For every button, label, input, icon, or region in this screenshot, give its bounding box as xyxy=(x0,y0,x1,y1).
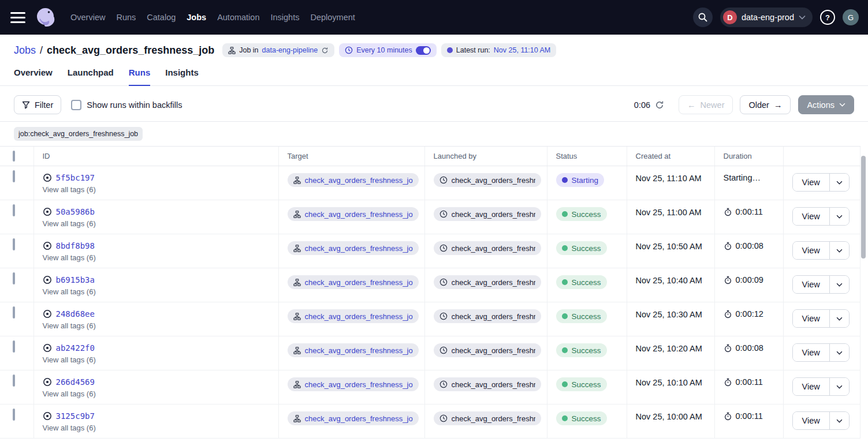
status-dot-icon xyxy=(562,177,568,183)
column-header-created-at: Created at xyxy=(627,147,714,166)
row-checkbox[interactable] xyxy=(13,170,15,182)
actions-button[interactable]: Actions xyxy=(798,95,854,114)
run-target-pill[interactable]: check_avg_orders_freshness_job xyxy=(288,173,419,187)
launched-by-pill[interactable]: check_avg_orders_freshn… xyxy=(434,207,541,221)
dagster-logo-icon[interactable] xyxy=(33,5,58,29)
launched-by-pill[interactable]: check_avg_orders_freshn… xyxy=(434,275,541,289)
status-label: Success xyxy=(572,244,601,253)
view-button[interactable]: View xyxy=(793,242,830,259)
breadcrumb-jobs-link[interactable]: Jobs xyxy=(14,44,36,57)
row-checkbox[interactable] xyxy=(13,306,15,319)
nav-item-runs[interactable]: Runs xyxy=(116,13,136,22)
view-button[interactable]: View xyxy=(793,276,830,293)
view-all-tags-link[interactable]: View all tags (6) xyxy=(43,287,273,296)
latest-run-link[interactable]: Nov 25, 11:10 AM xyxy=(494,46,550,54)
view-button[interactable]: View xyxy=(793,174,830,191)
launched-by-pill[interactable]: check_avg_orders_freshn… xyxy=(434,309,541,323)
deployment-switcher[interactable]: D data-eng-prod xyxy=(720,8,813,27)
run-target-pill[interactable]: check_avg_orders_freshness_job xyxy=(288,275,419,289)
run-id-link[interactable]: 50a5986b xyxy=(56,207,95,216)
run-id-link[interactable]: 5f5bc197 xyxy=(56,173,95,182)
row-checkbox[interactable] xyxy=(13,374,15,387)
row-checkbox[interactable] xyxy=(13,204,15,216)
pipeline-link[interactable]: data-eng-pipeline xyxy=(262,46,318,54)
view-button-label: View xyxy=(802,178,820,187)
run-id-link[interactable]: 3125c9b7 xyxy=(56,411,95,421)
run-id-link[interactable]: 8bdf8b98 xyxy=(56,241,95,250)
launched-by-pill[interactable]: check_avg_orders_freshn… xyxy=(434,173,541,187)
table-row: b6915b3a View all tags (6) check_avg_ord… xyxy=(0,268,860,302)
run-target-pill[interactable]: check_avg_orders_freshness_job xyxy=(288,377,419,391)
run-target-pill[interactable]: check_avg_orders_freshness_job xyxy=(288,309,419,323)
view-button[interactable]: View xyxy=(793,412,830,429)
tab-insights[interactable]: Insights xyxy=(165,68,199,86)
launched-by-pill[interactable]: check_avg_orders_freshn… xyxy=(434,343,541,357)
run-id-link[interactable]: b6915b3a xyxy=(56,275,95,284)
row-checkbox[interactable] xyxy=(13,272,15,284)
nav-item-jobs[interactable]: Jobs xyxy=(187,13,206,22)
refresh-icon xyxy=(655,100,664,110)
run-target-pill[interactable]: check_avg_orders_freshness_job xyxy=(288,241,419,255)
nav-item-automation[interactable]: Automation xyxy=(217,13,259,22)
view-dropdown-button[interactable] xyxy=(830,344,849,361)
topnav-items: OverviewRunsCatalogJobsAutomationInsight… xyxy=(70,13,355,22)
row-checkbox[interactable] xyxy=(13,340,15,353)
run-target-pill[interactable]: check_avg_orders_freshness_job xyxy=(288,411,419,425)
select-all-checkbox[interactable] xyxy=(13,151,15,162)
run-target-pill[interactable]: check_avg_orders_freshness_job xyxy=(288,207,419,221)
vertical-scrollbar-thumb[interactable] xyxy=(861,156,866,259)
job-filter-tag[interactable]: job:check_avg_orders_freshness_job xyxy=(14,127,143,141)
hamburger-menu-icon[interactable] xyxy=(10,12,25,23)
view-dropdown-button[interactable] xyxy=(830,412,849,429)
run-id-link[interactable]: ab2422f0 xyxy=(56,343,95,353)
view-split-button: View xyxy=(792,411,850,430)
view-all-tags-link[interactable]: View all tags (6) xyxy=(43,389,273,398)
user-avatar[interactable]: G xyxy=(843,9,859,25)
filter-button[interactable]: Filter xyxy=(14,95,61,114)
view-split-button: View xyxy=(792,275,850,294)
view-all-tags-link[interactable]: View all tags (6) xyxy=(43,424,273,432)
run-id-link[interactable]: 266d4569 xyxy=(56,377,95,387)
newer-button[interactable]: ← Newer xyxy=(679,95,733,114)
chevron-down-icon xyxy=(836,351,843,355)
show-backfills-checkbox[interactable] xyxy=(71,100,81,110)
view-dropdown-button[interactable] xyxy=(830,310,849,327)
nav-item-insights[interactable]: Insights xyxy=(270,13,299,22)
help-button[interactable]: ? xyxy=(820,10,835,25)
view-all-tags-link[interactable]: View all tags (6) xyxy=(43,355,273,364)
run-id-link[interactable]: 248d68ee xyxy=(56,309,95,319)
view-dropdown-button[interactable] xyxy=(830,174,849,191)
nav-item-overview[interactable]: Overview xyxy=(70,13,105,22)
view-button[interactable]: View xyxy=(793,208,830,225)
tab-overview[interactable]: Overview xyxy=(14,68,53,86)
runs-table-body: 5f5bc197 View all tags (6) check_avg_ord… xyxy=(0,166,860,439)
run-target-pill[interactable]: check_avg_orders_freshness_job xyxy=(288,343,419,357)
row-checkbox[interactable] xyxy=(13,409,15,421)
launched-by-pill[interactable]: check_avg_orders_freshn… xyxy=(434,411,541,425)
tab-launchpad[interactable]: Launchpad xyxy=(68,68,114,86)
arrow-right-icon: → xyxy=(774,100,783,110)
refresh-button[interactable] xyxy=(655,100,664,110)
view-dropdown-button[interactable] xyxy=(830,242,849,259)
view-button[interactable]: View xyxy=(793,310,830,327)
search-button[interactable] xyxy=(693,8,713,27)
nav-item-deployment[interactable]: Deployment xyxy=(310,13,355,22)
view-all-tags-link[interactable]: View all tags (6) xyxy=(43,321,273,330)
runs-toolbar: Filter Show runs within backfills 0:06 ←… xyxy=(0,86,868,122)
launched-by-pill[interactable]: check_avg_orders_freshn… xyxy=(434,377,541,391)
view-all-tags-link[interactable]: View all tags (6) xyxy=(43,185,273,194)
view-dropdown-button[interactable] xyxy=(830,276,849,293)
tab-runs[interactable]: Runs xyxy=(129,68,151,86)
nav-item-catalog[interactable]: Catalog xyxy=(147,13,176,22)
duration-value: 0:00:11 xyxy=(736,377,763,387)
view-dropdown-button[interactable] xyxy=(830,378,849,395)
launched-by-pill[interactable]: check_avg_orders_freshn… xyxy=(434,241,541,255)
view-all-tags-link[interactable]: View all tags (6) xyxy=(43,253,273,262)
view-button[interactable]: View xyxy=(793,378,830,395)
older-button[interactable]: Older → xyxy=(740,95,791,114)
view-button[interactable]: View xyxy=(793,344,830,361)
view-all-tags-link[interactable]: View all tags (6) xyxy=(43,219,273,228)
schedule-toggle[interactable] xyxy=(416,46,431,55)
view-dropdown-button[interactable] xyxy=(830,208,849,225)
row-checkbox[interactable] xyxy=(13,238,15,250)
